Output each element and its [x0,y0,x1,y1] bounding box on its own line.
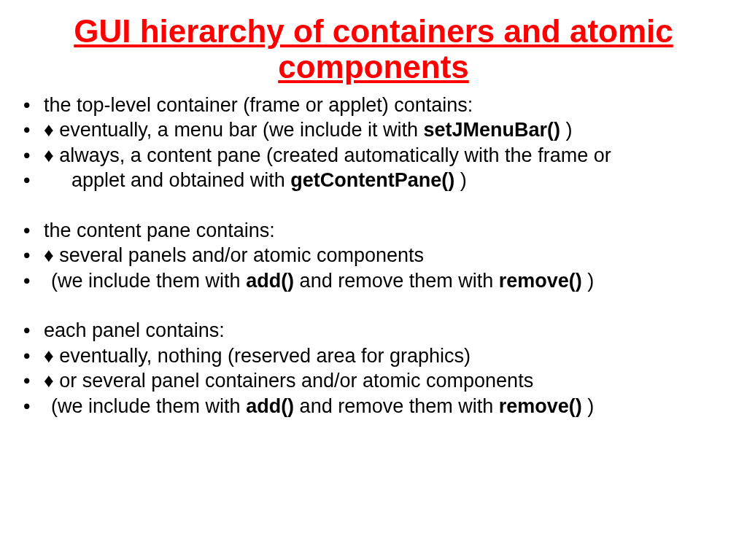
list-item: ♦ eventually, nothing (reserved area for… [44,343,732,369]
list-item: applet and obtained with getContentPane(… [44,168,732,193]
diamond-icon: ♦ [44,243,54,268]
bullet-list: the top-level container (frame or applet… [7,93,740,419]
list-item: (we include them with add() and remove t… [44,394,732,419]
text-part: applet and obtained with [71,169,290,191]
bullet-text: several panels and/or atomic components [54,244,424,266]
bullet-text: applet and obtained with getContentPane(… [44,169,467,191]
text-part: ) [582,270,595,292]
bullet-text: eventually, nothing (reserved area for g… [54,345,471,367]
bullet-text: always, a content pane (created automati… [54,144,611,166]
list-item: the top-level container (frame or applet… [44,93,732,118]
bold-text: remove() [499,270,582,292]
diamond-icon: ♦ [44,368,54,394]
text-part: and remove them with [294,270,499,292]
bullet-text: eventually, a menu bar (we include it wi… [54,119,424,141]
bold-text: remove() [499,395,582,417]
bold-text: getContentPane() [290,169,454,191]
bold-text: setJMenuBar() [424,119,561,141]
list-item: ♦ always, a content pane (created automa… [44,143,732,168]
bullet-text: the top-level container (frame or applet… [44,94,473,116]
text-part: ) [454,169,467,191]
text-part: (we include them with [51,395,246,417]
slide-title: GUI hierarchy of containers and atomic c… [7,13,740,85]
diamond-icon: ♦ [44,343,54,369]
list-item: ♦ eventually, a menu bar (we include it … [44,117,732,143]
slide: GUI hierarchy of containers and atomic c… [0,0,747,560]
bullet-text: ) [560,119,573,141]
bullet-text: or several panel containers and/or atomi… [54,370,533,392]
list-item: (we include them with add() and remove t… [44,268,732,294]
list-item: the content pane contains: [44,218,732,244]
spacer [44,193,732,218]
bullet-text: (we include them with add() and remove t… [44,270,594,292]
bold-text: add() [246,270,294,292]
list-item: each panel contains: [44,318,732,343]
bullet-text: (we include them with add() and remove t… [44,395,594,417]
list-item: ♦ several panels and/or atomic component… [44,243,732,268]
bullet-text: the content pane contains: [44,219,275,241]
text-part: (we include them with [51,270,246,292]
list-item: ♦ or several panel containers and/or ato… [44,368,732,394]
diamond-icon: ♦ [44,117,54,143]
text-part: and remove them with [294,395,499,417]
bold-text: add() [246,395,294,417]
text-part: ) [582,395,595,417]
bullet-text: each panel contains: [44,319,225,341]
spacer [44,293,732,318]
diamond-icon: ♦ [44,143,54,168]
